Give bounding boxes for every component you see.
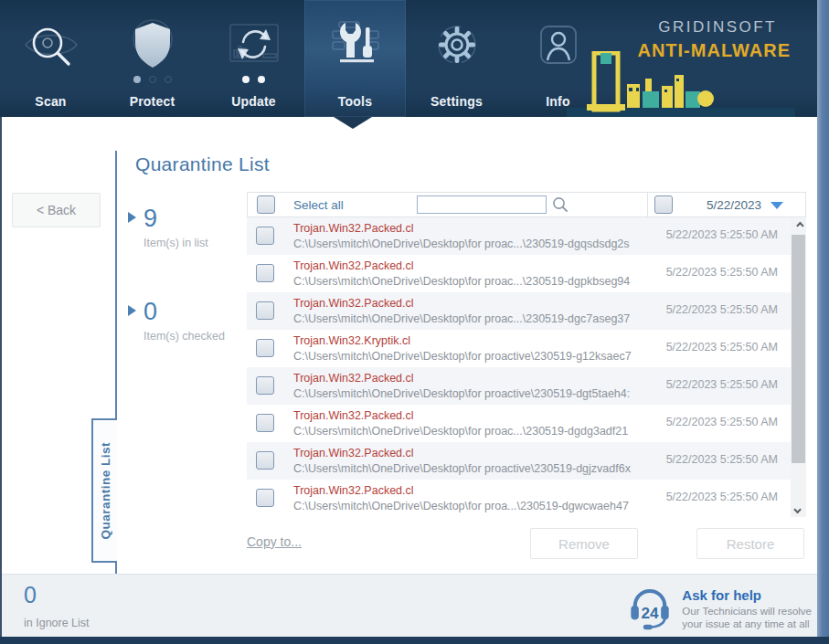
nav-tab-update[interactable]: Update: [203, 0, 304, 117]
shield-icon: [123, 13, 182, 77]
date-filter-value: 5/22/2023: [707, 198, 761, 212]
stat-items-checked: 0 Item(s) checked: [128, 298, 225, 343]
nav-label-protect: Protect: [130, 94, 175, 109]
threat-path: C:\Users\mitch\OneDrive\Desktop\for proa…: [293, 461, 631, 476]
scroll-up-button[interactable]: [791, 217, 806, 233]
back-button[interactable]: < Back: [12, 193, 101, 227]
remove-button[interactable]: Remove: [530, 528, 638, 559]
row-checkbox[interactable]: [256, 489, 274, 507]
ignore-list-count: 0: [24, 582, 37, 608]
page-title: Quarantine List: [135, 153, 270, 175]
threat-name: Trojan.Win32.Packed.cl: [293, 371, 630, 385]
select-all-checkbox[interactable]: [257, 195, 275, 214]
app-window: Scan Protect: [0, 0, 829, 644]
row-checkbox[interactable]: [256, 339, 274, 357]
nav-tab-settings[interactable]: Settings: [406, 0, 507, 117]
nav-tab-tools[interactable]: Tools: [304, 0, 406, 117]
wrench-screwdriver-icon: [326, 13, 385, 77]
threat-date: 5/22/2023 5:25:50 AM: [666, 266, 778, 279]
sidebar-tab-label: Quarantine List: [99, 442, 112, 540]
nav-label-settings: Settings: [430, 94, 483, 109]
protect-carousel-dots: [133, 75, 172, 84]
threat-name: Trojan.Win32.Packed.cl: [293, 446, 631, 460]
quarantine-table-header: Select all 5/22/2023: [247, 192, 806, 217]
city-skyline-illustration: [567, 51, 795, 117]
copy-to-link[interactable]: Copy to...: [247, 534, 302, 549]
sidebar-tab-quarantine-list[interactable]: Quarantine List: [91, 418, 117, 563]
restore-button[interactable]: Restore: [696, 528, 804, 559]
scroll-down-button[interactable]: [791, 501, 806, 517]
threat-name: Trojan.Win32.Packed.cl: [293, 296, 630, 311]
table-row[interactable]: Trojan.Win32.Packed.cl C:\Users\mitch\On…: [247, 217, 791, 255]
table-row[interactable]: Trojan.Win32.Packed.cl C:\Users\mitch\On…: [247, 442, 791, 480]
date-filter-checkbox[interactable]: [654, 195, 673, 214]
row-checkbox[interactable]: [256, 227, 274, 245]
search-input[interactable]: [417, 195, 547, 214]
nav-tab-protect[interactable]: Protect: [101, 0, 203, 117]
select-all-label[interactable]: Select all: [293, 198, 344, 212]
threat-date: 5/22/2023 5:25:50 AM: [666, 228, 778, 241]
threat-path: C:\Users\mitch\OneDrive\Desktop\for proa…: [293, 386, 630, 401]
search-icon[interactable]: [552, 196, 569, 216]
threat-name: Trojan.Win32.Kryptik.cl: [293, 333, 632, 348]
threat-date: 5/22/2023 5:25:50 AM: [666, 303, 778, 316]
threat-path: C:\Users\mitch\OneDrive\Desktop\for proa…: [293, 424, 628, 438]
table-row[interactable]: Trojan.Win32.Packed.cl C:\Users\mitch\On…: [247, 292, 791, 330]
stat-expander-icon[interactable]: [128, 305, 136, 316]
stat-expander-icon[interactable]: [128, 212, 136, 223]
quarantine-rows: Trojan.Win32.Packed.cl C:\Users\mitch\On…: [247, 217, 791, 517]
active-tab-notch: [334, 117, 372, 129]
table-row[interactable]: Trojan.Win32.Packed.cl C:\Users\mitch\On…: [247, 367, 791, 405]
threat-date: 5/22/2023 5:25:50 AM: [666, 491, 778, 503]
nav-label-update: Update: [231, 94, 276, 109]
brand-name: GRIDINSOFT: [658, 18, 777, 37]
main-content: < Back Quarantine List Quarantine List 9…: [0, 117, 817, 574]
window-bottom-border: [0, 637, 829, 644]
row-checkbox[interactable]: [256, 301, 274, 320]
magnifier-eye-icon: [22, 13, 80, 77]
table-row[interactable]: Trojan.Win32.Packed.cl C:\Users\mitch\On…: [247, 405, 791, 442]
threat-path: C:\Users\mitch\OneDrive\Desktop\for proa…: [293, 311, 630, 326]
scrollbar-thumb[interactable]: [792, 235, 805, 463]
table-row[interactable]: Trojan.Win32.Packed.cl C:\Users\mitch\On…: [247, 255, 791, 292]
threat-date: 5/22/2023 5:25:50 AM: [666, 341, 778, 354]
sync-arrows-icon: [225, 13, 283, 77]
help-subtitle-line2: your issue at any time at all: [682, 618, 812, 630]
window-right-border: [817, 0, 829, 644]
svg-text:24: 24: [642, 605, 660, 622]
update-carousel-dots: [242, 75, 265, 84]
top-navigation: Scan Protect: [0, 0, 817, 117]
threat-name: Trojan.Win32.Packed.cl: [293, 408, 628, 423]
threat-date: 5/22/2023 5:25:50 AM: [666, 378, 778, 391]
header-column-divider: [647, 193, 648, 216]
table-row[interactable]: Trojan.Win32.Packed.cl C:\Users\mitch\On…: [247, 480, 791, 517]
stat-label: Item(s) checked: [143, 330, 225, 343]
vertical-scrollbar[interactable]: [791, 217, 806, 517]
footer-bar: 0 in Ignore List 24 Ask for help Our Tec…: [0, 574, 817, 637]
ask-for-help-button[interactable]: 24 Ask for help Our Technicians will res…: [625, 581, 812, 636]
threat-path: C:\Users\mitch\OneDrive\Desktop\for proa…: [293, 349, 632, 364]
threat-name: Trojan.Win32.Packed.cl: [293, 483, 629, 498]
row-checkbox[interactable]: [256, 376, 274, 395]
quarantine-table-body: Trojan.Win32.Packed.cl C:\Users\mitch\On…: [247, 217, 806, 517]
nav-label-scan: Scan: [35, 94, 66, 109]
threat-path: C:\Users\mitch\OneDrive\Desktop\for proa…: [293, 274, 630, 289]
threat-path: C:\Users\mitch\OneDrive\Desktop\for proa…: [293, 237, 630, 251]
threat-name: Trojan.Win32.Packed.cl: [293, 259, 630, 273]
row-checkbox[interactable]: [256, 451, 274, 470]
threat-date: 5/22/2023 5:25:50 AM: [666, 416, 778, 428]
threat-path: C:\Users\mitch\OneDrive\Desktop\for proa…: [293, 499, 629, 513]
row-checkbox[interactable]: [256, 264, 274, 282]
stat-items-in-list: 9 Item(s) in list: [128, 205, 208, 249]
ignore-list-label: in Ignore List: [24, 617, 90, 629]
help-subtitle-line1: Our Technicians will resolve: [682, 605, 812, 618]
help-title: Ask for help: [682, 587, 812, 603]
table-row[interactable]: Trojan.Win32.Kryptik.cl C:\Users\mitch\O…: [247, 330, 791, 367]
stat-value: 0: [143, 298, 157, 325]
nav-tab-scan[interactable]: Scan: [0, 0, 101, 117]
nav-label-tools: Tools: [338, 94, 372, 109]
row-checkbox[interactable]: [256, 414, 274, 432]
date-filter-dropdown[interactable]: 5/22/2023: [707, 198, 783, 212]
chevron-down-icon: [771, 202, 783, 209]
chevron-down-icon: [793, 505, 801, 512]
